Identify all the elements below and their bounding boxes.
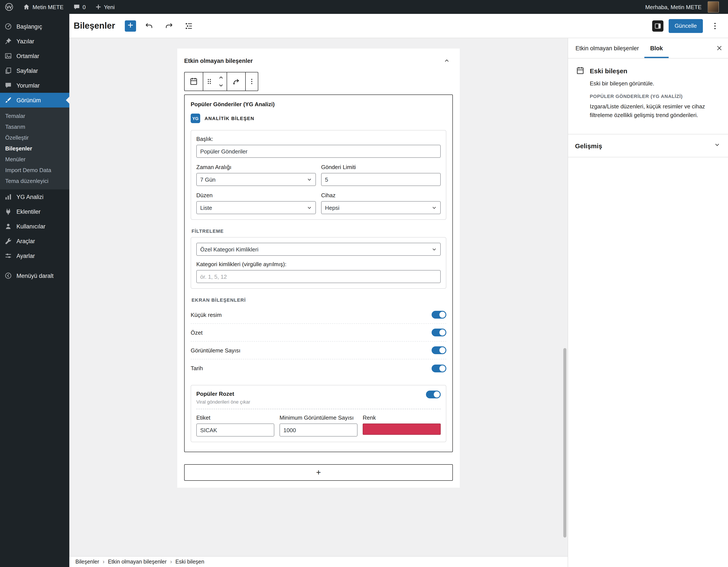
general-settings-panel: Başlık: Zaman Aralığı 7 Gün — [191, 130, 446, 220]
settings-sidebar: Etkin olmayan bileşenler Blok Eski bileş… — [568, 38, 728, 567]
zaman-select[interactable]: 7 Gün — [196, 173, 316, 186]
submenu-item-import-demo-data[interactable]: Import Demo Data — [0, 165, 69, 175]
block-card: Eski bileşen — [575, 65, 721, 76]
move-up-icon[interactable] — [218, 74, 224, 81]
sidebar-item-baslangic[interactable]: Başlangıç — [0, 19, 69, 34]
admin-sidebar: Başlangıç Yazılar Ortamlar Sayfalar — [0, 14, 69, 567]
dashed-divider — [196, 409, 441, 409]
sidebar-item-sayfalar[interactable]: Sayfalar — [0, 63, 69, 78]
move-down-icon[interactable] — [218, 81, 224, 89]
limit-label: Gönderi Limiti — [321, 164, 441, 170]
sidebar-item-yg-analizi[interactable]: YG Analizi — [0, 189, 69, 204]
block-details: Eski bir bileşen görüntüle. POPÜLER GÖND… — [590, 80, 721, 119]
wordpress-logo-menu[interactable] — [0, 0, 18, 14]
comment-bubble-icon — [73, 3, 80, 10]
settings-sidebar-toggle[interactable] — [652, 20, 663, 31]
baslik-label: Başlık: — [196, 136, 441, 142]
submenu-item-menuler[interactable]: Menüler — [0, 154, 69, 165]
limit-input[interactable] — [321, 173, 441, 186]
filter-select[interactable]: Özel Kategori Kimlikleri — [196, 243, 441, 256]
close-sidebar-icon[interactable] — [711, 38, 728, 58]
sidebar-item-collapse-menu[interactable]: Menüyü daralt — [0, 268, 69, 283]
plus-icon — [127, 21, 134, 30]
sidebar-label: Başlangıç — [16, 23, 42, 30]
filtreleme-heading: FİLTRELEME — [192, 228, 446, 234]
redo-button[interactable] — [162, 19, 176, 33]
sidebar-label: YG Analizi — [16, 193, 44, 200]
block-inserter-button[interactable] — [125, 20, 136, 31]
sidebar-label: Ayarlar — [16, 252, 35, 259]
chevron-down-icon — [713, 141, 721, 150]
kucuk-resim-toggle[interactable] — [432, 311, 446, 319]
appearance-brush-icon — [4, 96, 13, 104]
sidebar-item-araclar[interactable]: Araçlar — [0, 234, 69, 248]
block-description: Eski bir bileşen görüntüle. — [590, 80, 721, 87]
sidebar-item-ortamlar[interactable]: Ortamlar — [0, 49, 69, 63]
breadcrumb-item[interactable]: Etkin olmayan bileşenler — [108, 559, 167, 565]
list-view-button[interactable] — [182, 19, 196, 33]
rozet-titles: Popüler Rozet Viral gönderileri öne çıka… — [196, 391, 250, 405]
move-to-area-group — [227, 72, 246, 91]
block-inspector: Eski bileşen Eski bir bileşen görüntüle.… — [568, 58, 728, 126]
account-menu[interactable]: Merhaba, Metin METE — [640, 0, 724, 14]
editor-canvas: Etkin olmayan bileşenler — [69, 38, 568, 556]
sidebar-item-ayarlar[interactable]: Ayarlar — [0, 248, 69, 263]
settings-sliders-icon — [4, 251, 13, 260]
sidebar-label: Görünüm — [16, 97, 41, 103]
chevron-up-icon[interactable] — [441, 55, 453, 67]
block-kebab-icon[interactable] — [246, 72, 258, 91]
sidebar-item-kullanicilar[interactable]: Kullanıcılar — [0, 219, 69, 234]
sidebar-item-gorunum[interactable]: Görünüm — [0, 93, 69, 107]
editor-header-right: Güncelle — [652, 19, 722, 33]
comments-menu[interactable]: 0 — [68, 0, 90, 14]
duzen-label: Düzen — [196, 192, 316, 198]
kategori-label: Kategori kimlikleri (virgülle ayrılmış): — [196, 261, 441, 267]
drag-handle-icon[interactable] — [203, 72, 215, 91]
ozet-toggle[interactable] — [432, 329, 446, 337]
goruntuleme-sayisi-toggle[interactable] — [432, 346, 446, 354]
update-button[interactable]: Güncelle — [668, 19, 703, 33]
admin-bar: Metin METE 0 Yeni Merhaba, Metin METE — [0, 0, 728, 14]
new-content-menu[interactable]: Yeni — [91, 0, 120, 14]
widget-type-name: POPÜLER GÖNDERİLER (YG ANALİZİ) — [590, 94, 721, 99]
move-to-widget-area-icon[interactable] — [227, 72, 245, 91]
submenu-item-temalar[interactable]: Temalar — [0, 110, 69, 121]
submenu-item-ozellestir[interactable]: Özelleştir — [0, 132, 69, 143]
tarih-toggle[interactable] — [432, 364, 446, 372]
legacy-widget-block[interactable]: Popüler Gönderiler (YG Analizi) YG ANALİ… — [184, 94, 453, 452]
toggle-label: Küçük resim — [191, 312, 222, 318]
sidebar-item-yorumlar[interactable]: Yorumlar — [0, 78, 69, 93]
undo-button[interactable] — [142, 19, 156, 33]
populer-rozet-panel: Popüler Rozet Viral gönderileri öne çıka… — [191, 385, 446, 442]
filter-panel: Özel Kategori Kimlikleri Kategori kimlik… — [191, 237, 446, 289]
populer-rozet-toggle[interactable] — [426, 391, 441, 398]
plugin-icon — [4, 207, 13, 216]
advanced-panel-toggle[interactable]: Gelişmiş — [568, 134, 728, 157]
renk-field: Renk — [363, 415, 441, 437]
sidebar-item-eklentiler[interactable]: Eklentiler — [0, 204, 69, 219]
min-goruntuleme-input[interactable] — [279, 424, 357, 437]
sidebar-item-yazilar[interactable]: Yazılar — [0, 34, 69, 49]
etiket-input[interactable] — [196, 424, 274, 437]
options-kebab-icon[interactable] — [708, 19, 722, 33]
submenu-item-tasarim[interactable]: Tasarım — [0, 121, 69, 132]
canvas-scrollbar[interactable] — [563, 348, 566, 538]
duzen-select[interactable]: Liste — [196, 201, 316, 214]
tab-widget-area[interactable]: Etkin olmayan bileşenler — [570, 38, 645, 58]
widgets-editor: Bileşenler — [69, 14, 728, 567]
baslik-input[interactable] — [196, 145, 441, 158]
renk-color-swatch[interactable] — [363, 424, 441, 435]
editor-header: Bileşenler — [69, 14, 728, 38]
kategori-input[interactable] — [196, 270, 441, 283]
submenu-item-tema-duzenleyici[interactable]: Tema düzenleyici — [0, 175, 69, 186]
block-appender-button[interactable]: + — [184, 464, 453, 481]
chevron-down-icon — [431, 246, 438, 253]
breadcrumb-item[interactable]: Bileşenler — [75, 559, 99, 565]
tab-block[interactable]: Blok — [645, 38, 669, 58]
comments-count: 0 — [83, 4, 86, 10]
admin-bar-left: Metin METE 0 Yeni — [0, 0, 119, 14]
site-name-menu[interactable]: Metin METE — [18, 0, 68, 14]
cihaz-select[interactable]: Hepsi — [321, 201, 441, 214]
legacy-widget-calendar-icon[interactable] — [185, 72, 203, 91]
submenu-item-bilesenler[interactable]: Bileşenler — [0, 143, 69, 154]
